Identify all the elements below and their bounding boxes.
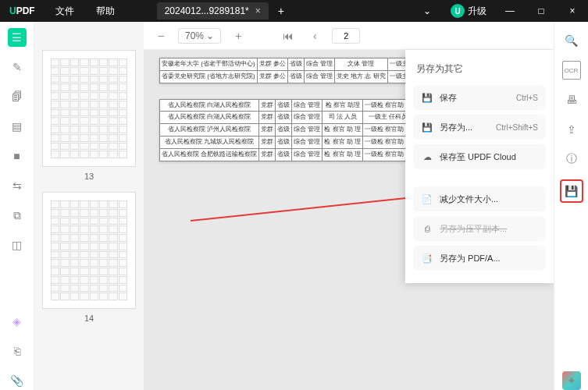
- right-rail: 🔍 OCR 🖶 ⇪ ⓘ 💾 ✦: [554, 22, 588, 390]
- zoom-out-icon[interactable]: −: [151, 27, 170, 45]
- menu-save-as[interactable]: 💾 另存为... Ctrl+Shift+S: [413, 115, 546, 140]
- crop-icon[interactable]: ⧉: [8, 206, 27, 225]
- tab-title: 2024012...9289181*: [165, 5, 249, 16]
- save-as-icon: 💾: [421, 121, 433, 133]
- upgrade-u-icon: U: [451, 4, 465, 18]
- menu-save[interactable]: 💾 保存 Ctrl+S: [413, 85, 546, 110]
- save-icon: 💾: [421, 91, 433, 104]
- thumbnail-page-14[interactable]: [42, 192, 136, 309]
- info-icon[interactable]: ⓘ: [562, 150, 581, 168]
- thumbnail-label: 13: [42, 172, 136, 181]
- menu-reduce-size[interactable]: 📄 减少文件大小...: [413, 186, 546, 211]
- window-maximize[interactable]: □: [526, 5, 557, 16]
- app-logo: UPDF: [0, 5, 45, 16]
- page-number-input[interactable]: [332, 28, 360, 44]
- organize-icon[interactable]: ◫: [8, 236, 27, 254]
- flatten-icon: ⎙: [421, 222, 433, 235]
- thumbnail-page-13[interactable]: [42, 50, 136, 167]
- redact-icon[interactable]: ■: [8, 147, 27, 165]
- tab-strip: 2024012...9289181* × +: [157, 2, 284, 20]
- search-icon[interactable]: 🔍: [562, 31, 581, 50]
- prev-page-icon[interactable]: ‹: [305, 27, 324, 45]
- tab-close-icon[interactable]: ×: [255, 5, 261, 16]
- reader-mode-icon[interactable]: ☰: [8, 28, 27, 47]
- left-rail: ☰ ✎ 🗐 ▤ ■ ⇆ ⧉ ◫ ◈ ⎗ 📎: [0, 22, 34, 390]
- print-icon[interactable]: 🖶: [562, 90, 581, 109]
- view-toolbar: − 70% ⌄ + ⏮ ‹: [144, 22, 554, 50]
- zoom-in-icon[interactable]: +: [229, 27, 248, 45]
- dropdown-icon[interactable]: ⌄: [412, 5, 443, 16]
- save-as-other-menu: 另存为其它 💾 保存 Ctrl+S 💾 另存为... Ctrl+Shift+S …: [405, 50, 554, 283]
- upgrade-button[interactable]: U 升级: [443, 4, 494, 18]
- save-file-icon[interactable]: 💾: [560, 179, 583, 203]
- upgrade-label: 升级: [468, 5, 486, 18]
- reduce-icon: 📄: [421, 193, 433, 205]
- bookmark-icon[interactable]: ⎗: [8, 342, 27, 360]
- thumbnail-panel: 13 14: [34, 22, 144, 390]
- edit-icon[interactable]: 🗐: [8, 87, 27, 106]
- ocr-icon[interactable]: OCR: [562, 61, 581, 80]
- cloud-icon: ☁: [421, 151, 433, 163]
- main-area: − 70% ⌄ + ⏮ ‹ 安徽老年大学 (省老干部活动中心)党群 参公省级综合…: [144, 22, 554, 390]
- thumbnail-label: 14: [42, 314, 136, 323]
- menu-save-pdfa[interactable]: 📑 另存为 PDF/A...: [413, 246, 546, 271]
- menu-file[interactable]: 文件: [45, 5, 85, 18]
- window-close[interactable]: ×: [557, 5, 588, 16]
- annotate-icon[interactable]: ✎: [8, 58, 27, 76]
- layers-icon[interactable]: ◈: [8, 312, 27, 331]
- zoom-level[interactable]: 70% ⌄: [178, 28, 221, 44]
- menu-save-cloud[interactable]: ☁ 保存至 UPDF Cloud: [413, 144, 546, 169]
- menu-title: 另存为其它: [413, 58, 546, 80]
- share-icon[interactable]: ⇪: [562, 120, 581, 139]
- first-page-icon[interactable]: ⏮: [279, 27, 298, 45]
- titlebar: UPDF 文件 帮助 2024012...9289181* × + ⌄ U 升级…: [0, 0, 588, 22]
- menu-save-flatten[interactable]: ⎙ 另存为压平副本...: [413, 216, 546, 241]
- document-tab[interactable]: 2024012...9289181* ×: [157, 2, 269, 20]
- window-minimize[interactable]: —: [494, 5, 526, 16]
- tab-add-icon[interactable]: +: [278, 5, 284, 17]
- pdfa-icon: 📑: [421, 252, 433, 264]
- menu-help[interactable]: 帮助: [85, 5, 126, 18]
- attachment-icon[interactable]: 📎: [8, 371, 27, 390]
- form-icon[interactable]: ▤: [8, 117, 27, 136]
- convert-icon[interactable]: ⇆: [8, 176, 27, 195]
- ai-assistant-icon[interactable]: ✦: [562, 371, 581, 390]
